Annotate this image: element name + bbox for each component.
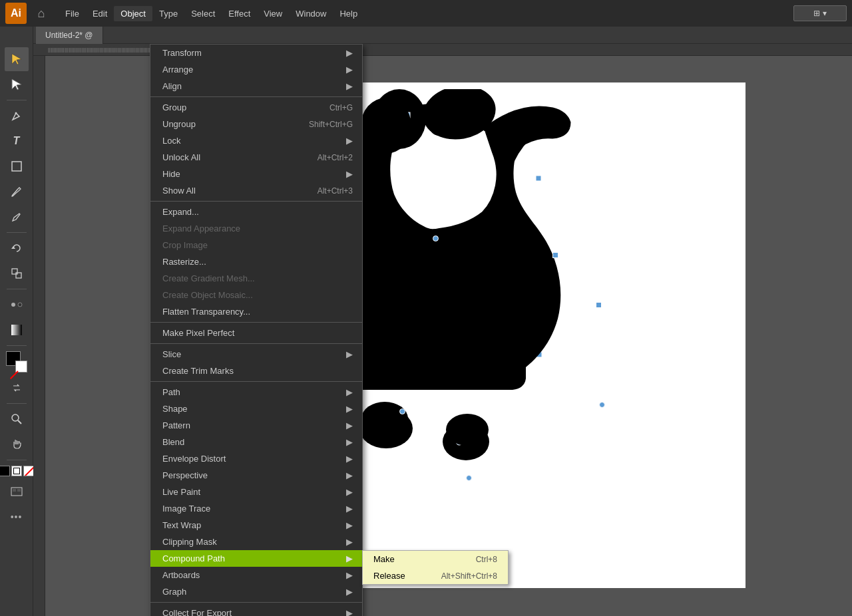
menu-graph[interactable]: Graph ▶ xyxy=(150,583,362,600)
menu-slice[interactable]: Slice ▶ xyxy=(150,346,362,363)
artboard-nav[interactable] xyxy=(5,480,29,504)
submenu-release[interactable]: Release Alt+Shift+Ctrl+8 xyxy=(363,567,508,584)
menu-rasterize[interactable]: Rasterize... xyxy=(150,253,362,270)
menu-select[interactable]: Select xyxy=(184,6,222,21)
toolbar: T xyxy=(0,27,33,616)
svg-marker-1 xyxy=(12,79,21,90)
menu-unlock-all[interactable]: Unlock All Alt+Ctrl+2 xyxy=(150,149,362,166)
menu-type[interactable]: Type xyxy=(152,6,184,21)
more-tools[interactable]: ••• xyxy=(5,505,29,529)
menu-transform[interactable]: Transform ▶ xyxy=(150,45,362,61)
menu-window[interactable]: Window xyxy=(289,6,333,21)
menu-compound-path[interactable]: Compound Path ▶ Make Ctrl+8 Release Alt+… xyxy=(150,550,362,567)
menu-edit[interactable]: Edit xyxy=(86,6,114,21)
menu-create-gradient-mesh: Create Gradient Mesh... xyxy=(150,270,362,287)
color-swatches[interactable] xyxy=(5,350,29,374)
menu-flatten-transparency[interactable]: Flatten Transparency... xyxy=(150,303,362,320)
document-tab[interactable]: Untitled-2* @ xyxy=(36,27,103,44)
blend-tool[interactable] xyxy=(5,293,29,317)
menu-image-trace[interactable]: Image Trace ▶ xyxy=(150,500,362,517)
svg-point-31 xyxy=(446,414,489,446)
menu-expand-appearance: Expand Appearance xyxy=(150,220,362,237)
paintbrush-tool[interactable] xyxy=(5,180,29,204)
selection-tool[interactable] xyxy=(5,47,29,71)
home-icon[interactable]: ⌂ xyxy=(32,4,51,23)
object-menu: Transform ▶ Arrange ▶ Align ▶ Group Ctrl… xyxy=(150,44,363,616)
pencil-tool[interactable] xyxy=(5,205,29,229)
type-tool[interactable]: T xyxy=(5,129,29,153)
menu-live-paint[interactable]: Live Paint ▶ xyxy=(150,484,362,500)
menu-file[interactable]: File xyxy=(59,6,86,21)
tab-bar: Untitled-2* @ xyxy=(33,27,852,44)
tool-separator-2 xyxy=(7,232,27,233)
menu-bar: Ai ⌂ File Edit Object Type Select Effect… xyxy=(0,0,852,27)
menu-lock[interactable]: Lock ▶ xyxy=(150,132,362,149)
menu-object[interactable]: Object xyxy=(114,6,152,21)
tool-separator-3 xyxy=(7,289,27,289)
menu-expand[interactable]: Expand... xyxy=(150,204,362,220)
svg-point-7 xyxy=(11,303,15,307)
svg-rect-14 xyxy=(17,489,21,492)
svg-point-8 xyxy=(18,303,22,307)
sep-1 xyxy=(150,96,362,97)
canvas-area: ||||||||||||||||||||||||||||||||||||||||… xyxy=(33,44,852,616)
svg-point-10 xyxy=(12,414,19,421)
swap-colors[interactable] xyxy=(5,376,29,400)
svg-line-11 xyxy=(18,420,21,424)
anchor-2 xyxy=(552,252,558,258)
menu-envelope-distort[interactable]: Envelope Distort ▶ xyxy=(150,450,362,467)
rotate-tool[interactable] xyxy=(5,236,29,260)
menu-text-wrap[interactable]: Text Wrap ▶ xyxy=(150,517,362,534)
none-btn[interactable] xyxy=(23,466,34,476)
menu-hide[interactable]: Hide ▶ xyxy=(150,166,362,182)
svg-rect-3 xyxy=(12,162,21,171)
pen-tool[interactable] xyxy=(5,104,29,128)
sep-4 xyxy=(150,343,362,344)
svg-rect-9 xyxy=(11,325,22,335)
hand-tool[interactable] xyxy=(5,432,29,456)
svg-rect-5 xyxy=(12,269,17,274)
svg-point-29 xyxy=(361,98,411,154)
scale-tool[interactable] xyxy=(5,261,29,285)
svg-rect-22 xyxy=(536,176,541,181)
menu-clipping-mask[interactable]: Clipping Mask ▶ xyxy=(150,534,362,550)
svg-marker-4 xyxy=(11,246,15,249)
stroke-btn[interactable] xyxy=(11,466,22,476)
app-icon: Ai xyxy=(5,3,27,24)
color-mode-buttons xyxy=(0,466,34,476)
menu-view[interactable]: View xyxy=(257,6,289,21)
menu-perspective[interactable]: Perspective ▶ xyxy=(150,467,362,484)
workspace-switcher[interactable]: ⊞ ▾ xyxy=(793,5,847,21)
menu-artboards[interactable]: Artboards ▶ xyxy=(150,567,362,583)
menu-create-trim-marks[interactable]: Create Trim Marks xyxy=(150,363,362,379)
menu-pattern[interactable]: Pattern ▶ xyxy=(150,417,362,434)
zoom-tool[interactable] xyxy=(5,407,29,431)
submenu-make[interactable]: Make Ctrl+8 xyxy=(363,551,508,567)
rectangle-tool[interactable] xyxy=(5,154,29,178)
menu-blend[interactable]: Blend ▶ xyxy=(150,434,362,450)
svg-rect-13 xyxy=(13,489,16,492)
menu-path[interactable]: Path ▶ xyxy=(150,384,362,400)
menu-show-all[interactable]: Show All Alt+Ctrl+3 xyxy=(150,182,362,199)
svg-point-2 xyxy=(15,112,17,114)
menu-crop-image: Crop Image xyxy=(150,237,362,253)
menu-ungroup[interactable]: Ungroup Shift+Ctrl+G xyxy=(150,116,362,132)
menu-make-pixel-perfect[interactable]: Make Pixel Perfect xyxy=(150,325,362,341)
menu-shape[interactable]: Shape ▶ xyxy=(150,400,362,417)
menu-effect[interactable]: Effect xyxy=(222,6,257,21)
menu-align[interactable]: Align ▶ xyxy=(150,78,362,94)
menu-collect-for-export[interactable]: Collect For Export ▶ xyxy=(150,605,362,616)
anchor-3 xyxy=(596,302,602,308)
direct-selection-tool[interactable] xyxy=(5,73,29,96)
gradient-tool[interactable] xyxy=(5,318,29,342)
menu-arrange[interactable]: Arrange ▶ xyxy=(150,61,362,78)
tool-separator-1 xyxy=(7,100,27,100)
menu-create-object-mosaic: Create Object Mosaic... xyxy=(150,287,362,303)
sep-6 xyxy=(150,602,362,603)
menu-help[interactable]: Help xyxy=(333,6,364,21)
fill-btn[interactable] xyxy=(0,466,10,476)
anchor-1 xyxy=(433,235,439,241)
svg-rect-6 xyxy=(16,273,21,278)
menu-group[interactable]: Group Ctrl+G xyxy=(150,99,362,116)
svg-marker-0 xyxy=(12,54,21,65)
